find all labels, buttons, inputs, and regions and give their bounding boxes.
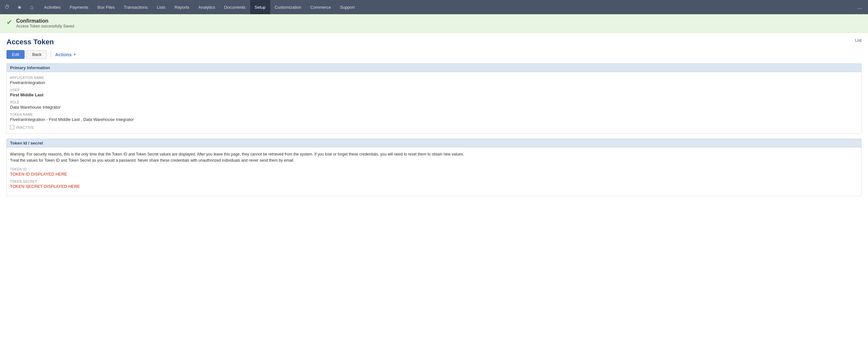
confirmation-message: Access Token successfully Saved xyxy=(16,24,74,29)
primary-section-body: APPLICATION NAME FivetranIntegration USE… xyxy=(6,72,862,134)
inactive-label: INACTIVE xyxy=(16,126,34,129)
page-header: Access Token List xyxy=(6,38,862,46)
nav-item-transactions[interactable]: Transactions xyxy=(119,0,152,14)
field-token-id: TOKEN ID TOKEN ID DISPLAYED HERE xyxy=(10,168,858,177)
confirmation-banner: ✔ Confirmation Access Token successfully… xyxy=(0,14,868,33)
token-name-label: TOKEN NAME xyxy=(10,113,858,116)
warning-line2: Treat the values for Token ID and Token … xyxy=(10,158,294,163)
nav-item-analytics[interactable]: Analytics xyxy=(194,0,220,14)
toolbar-divider xyxy=(51,51,51,58)
token-section-body: Warning: For security reasons, this is t… xyxy=(6,147,862,196)
more-menu-icon[interactable]: ... xyxy=(854,4,865,11)
history-icon[interactable]: ⏱ xyxy=(3,3,12,12)
nav-item-box-files[interactable]: Box Files xyxy=(93,0,119,14)
nav-item-reports[interactable]: Reports xyxy=(170,0,194,14)
nav-item-customization[interactable]: Customization xyxy=(270,0,306,14)
field-user: USER First Middle Last xyxy=(10,88,858,97)
nav-items: Activities Payments Box Files Transactio… xyxy=(39,0,854,14)
confirmation-text: Confirmation Access Token successfully S… xyxy=(16,18,74,29)
token-name-value: FivetranIntegration - First Middle Last … xyxy=(10,117,858,122)
actions-button[interactable]: Actions ▼ xyxy=(55,52,76,57)
actions-label: Actions xyxy=(55,52,71,57)
edit-button[interactable]: Edit xyxy=(6,50,25,59)
check-icon: ✔ xyxy=(6,19,12,26)
token-section-header: Token Id / secret xyxy=(6,139,862,147)
nav-item-commerce[interactable]: Commerce xyxy=(306,0,336,14)
token-id-value: TOKEN ID DISPLAYED HERE xyxy=(10,172,858,177)
confirmation-title: Confirmation xyxy=(16,18,74,24)
nav-item-payments[interactable]: Payments xyxy=(65,0,93,14)
toolbar: Edit Back Actions ▼ xyxy=(6,50,862,59)
role-label: ROLE xyxy=(10,101,858,104)
warning-line1: Warning: For security reasons, this is t… xyxy=(10,152,464,156)
field-application-name: APPLICATION NAME FivetranIntegration xyxy=(10,76,858,85)
navbar-icons: ⏱ ★ ⌂ xyxy=(3,3,36,12)
page-title: Access Token xyxy=(6,38,54,46)
back-button[interactable]: Back xyxy=(27,50,47,59)
nav-item-support[interactable]: Support xyxy=(336,0,360,14)
field-token-secret: TOKEN SECRET TOKEN SECRET DISPLAYED HERE xyxy=(10,180,858,189)
token-secret-value: TOKEN SECRET DISPLAYED HERE xyxy=(10,184,858,189)
nav-item-documents[interactable]: Documents xyxy=(220,0,250,14)
list-link[interactable]: List xyxy=(855,38,862,43)
user-value: First Middle Last xyxy=(10,93,858,97)
actions-dropdown-arrow: ▼ xyxy=(73,53,76,56)
field-token-name: TOKEN NAME FivetranIntegration - First M… xyxy=(10,113,858,122)
token-id-label: TOKEN ID xyxy=(10,168,858,171)
main-content: Access Token List Edit Back Actions ▼ Pr… xyxy=(0,33,868,207)
nav-item-lists[interactable]: Lists xyxy=(152,0,170,14)
primary-section-header: Primary Information xyxy=(6,63,862,72)
navbar: ⏱ ★ ⌂ Activities Payments Box Files Tran… xyxy=(0,0,868,14)
nav-item-activities[interactable]: Activities xyxy=(39,0,65,14)
home-icon[interactable]: ⌂ xyxy=(27,3,36,12)
warning-text: Warning: For security reasons, this is t… xyxy=(10,151,858,164)
role-value: Data Warehouse Integrator xyxy=(10,105,858,110)
token-secret-label: TOKEN SECRET xyxy=(10,180,858,183)
field-role: ROLE Data Warehouse Integrator xyxy=(10,101,858,110)
nav-item-setup[interactable]: Setup xyxy=(250,0,270,14)
star-icon[interactable]: ★ xyxy=(15,3,24,12)
inactive-checkbox[interactable] xyxy=(10,125,14,129)
user-label: USER xyxy=(10,88,858,92)
inactive-row: INACTIVE xyxy=(10,125,858,129)
application-name-value: FivetranIntegration xyxy=(10,80,858,85)
application-name-label: APPLICATION NAME xyxy=(10,76,858,79)
